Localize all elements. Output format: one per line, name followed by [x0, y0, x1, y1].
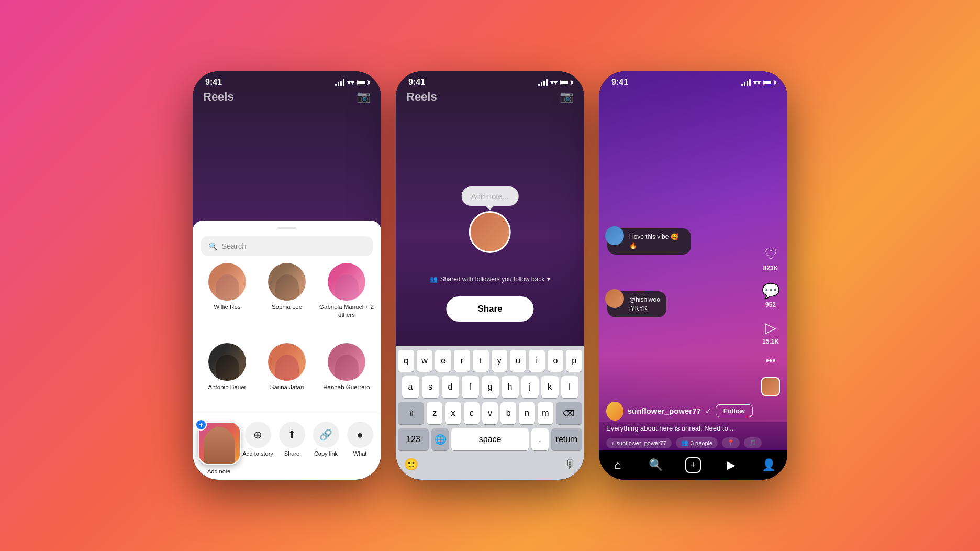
key-q[interactable]: q	[398, 350, 414, 372]
key-b[interactable]: b	[500, 402, 516, 424]
key-e[interactable]: e	[435, 350, 451, 372]
music-disc-chip[interactable]: 🎵	[744, 437, 762, 448]
key-m[interactable]: m	[538, 402, 553, 424]
nav-reels[interactable]: ▶	[719, 454, 742, 477]
copy-link-label: Copy link	[314, 450, 338, 457]
phone2-share-label: Share	[477, 304, 502, 314]
phone3-bottom-nav: ⌂ 🔍 + ▶ 👤	[599, 450, 787, 480]
action-what[interactable]: ● What	[344, 422, 376, 475]
key-o[interactable]: o	[548, 350, 564, 372]
key-u[interactable]: u	[510, 350, 526, 372]
key-space[interactable]: space	[451, 428, 529, 450]
like-button[interactable]: ♡ 823K	[763, 246, 778, 272]
key-k[interactable]: k	[541, 376, 559, 398]
key-g[interactable]: g	[482, 376, 499, 398]
key-t[interactable]: t	[473, 350, 489, 372]
phone-3: 9:41 ▾▾ i love this vibe 🥰🔥	[599, 71, 787, 480]
note-avatar-area: Add note...	[462, 186, 519, 253]
contact-sarina[interactable]: Sarina Jafari	[259, 343, 315, 410]
share-label: Share	[284, 450, 299, 457]
avatar-willie	[208, 263, 246, 301]
add-note-label: Add note	[207, 468, 230, 475]
avatar-hannah	[328, 343, 365, 381]
phone2-status-icons: ▾▾	[538, 79, 572, 86]
key-w[interactable]: w	[417, 350, 433, 372]
share-icon: ⬆	[279, 422, 305, 448]
avatar-gabriela	[328, 263, 365, 301]
share-button[interactable]: ▷ 15.1K	[762, 319, 779, 345]
key-x[interactable]: x	[445, 402, 461, 424]
action-copy-link[interactable]: 🔗 Copy link	[310, 422, 342, 475]
phone1-bottom-sheet: 🔍 Search Willie Ros So	[193, 221, 381, 480]
key-shift[interactable]: ⇧	[398, 402, 424, 424]
wifi-icon: ▾▾	[347, 79, 354, 86]
signal-icon-2	[538, 79, 548, 86]
keyboard-row-3: ⇧ z x c v b n m ⌫	[398, 402, 582, 424]
key-y[interactable]: y	[492, 350, 508, 372]
nav-create[interactable]: +	[682, 454, 705, 477]
music-avatar[interactable]	[761, 377, 780, 396]
key-delete[interactable]: ⌫	[556, 402, 582, 424]
nav-home[interactable]: ⌂	[606, 454, 629, 477]
key-d[interactable]: d	[442, 376, 459, 398]
key-a[interactable]: a	[402, 376, 419, 398]
phone1-search-bar[interactable]: 🔍 Search	[201, 236, 373, 256]
username: sunflower_power77	[628, 406, 701, 415]
key-i[interactable]: i	[529, 350, 545, 372]
action-share[interactable]: ⬆ Share	[276, 422, 308, 475]
what-icon: ●	[347, 422, 373, 448]
contact-antonio[interactable]: Antonio Bauer	[199, 343, 255, 410]
contact-gabriela[interactable]: Gabriela Manuel + 2 others	[318, 263, 375, 337]
phone3-status-icons: ▾▾	[741, 79, 775, 86]
more-button[interactable]: •••	[766, 356, 776, 367]
contact-sophia[interactable]: Sophia Lee	[259, 263, 315, 337]
comment-icon: 💬	[762, 282, 780, 300]
action-add-note[interactable]: + Add note	[198, 422, 240, 475]
contact-hannah[interactable]: Hannah Guerrero	[318, 343, 375, 410]
comment-button[interactable]: 💬 952	[762, 282, 780, 308]
key-v[interactable]: v	[482, 402, 498, 424]
music-label: sunflower_power77	[617, 440, 666, 446]
action-add-story[interactable]: ⊕ Add to story	[242, 422, 274, 475]
note-avatar	[469, 211, 511, 253]
phone1-camera-icon[interactable]: 📷	[357, 90, 371, 104]
key-return[interactable]: return	[551, 428, 582, 450]
note-placeholder: Add note...	[471, 192, 509, 201]
location-chip[interactable]: 📍	[722, 437, 740, 448]
nav-profile[interactable]: 👤	[757, 454, 780, 477]
key-f[interactable]: f	[462, 376, 479, 398]
keyboard-row-1: q w e r t y u i o p	[398, 350, 582, 372]
avatar-sophia	[268, 263, 306, 301]
note-bubble[interactable]: Add note...	[462, 186, 519, 206]
key-emoji[interactable]: 🌐	[431, 428, 449, 450]
key-r[interactable]: r	[454, 350, 470, 372]
shared-with-label[interactable]: 👥 Shared with followers you follow back …	[430, 276, 550, 283]
signal-icon-3	[741, 79, 751, 86]
mic-key[interactable]: 🎙	[564, 458, 576, 471]
contact-willie[interactable]: Willie Ros	[199, 263, 255, 337]
key-c[interactable]: c	[464, 402, 480, 424]
people-chip[interactable]: 👥 3 people	[676, 437, 718, 448]
phone2-share-button[interactable]: Share	[446, 296, 533, 322]
emoji-key[interactable]: 🙂	[404, 458, 418, 471]
shared-with-text: Shared with followers you follow back	[440, 276, 544, 283]
keyboard[interactable]: q w e r t y u i o p a s d f g h	[396, 346, 584, 480]
contact-name-gabriela: Gabriela Manuel + 2 others	[318, 303, 375, 319]
add-story-icon: ⊕	[245, 422, 271, 448]
music-chip[interactable]: ♪ sunflower_power77	[606, 438, 672, 448]
key-h[interactable]: h	[502, 376, 519, 398]
location-icon: 📍	[727, 439, 734, 446]
key-l[interactable]: l	[561, 376, 578, 398]
nav-search[interactable]: 🔍	[644, 454, 667, 477]
key-j[interactable]: j	[521, 376, 539, 398]
key-s[interactable]: s	[422, 376, 439, 398]
phone-2: 9:41 ▾▾ Reels 📷	[396, 71, 584, 480]
key-n[interactable]: n	[519, 402, 534, 424]
key-period[interactable]: .	[531, 428, 549, 450]
key-123[interactable]: 123	[398, 428, 429, 450]
music-note-icon: ♪	[611, 440, 615, 446]
key-p[interactable]: p	[566, 350, 582, 372]
follow-button[interactable]: Follow	[716, 404, 753, 417]
key-z[interactable]: z	[427, 402, 442, 424]
contact-name-sophia: Sophia Lee	[272, 303, 302, 311]
